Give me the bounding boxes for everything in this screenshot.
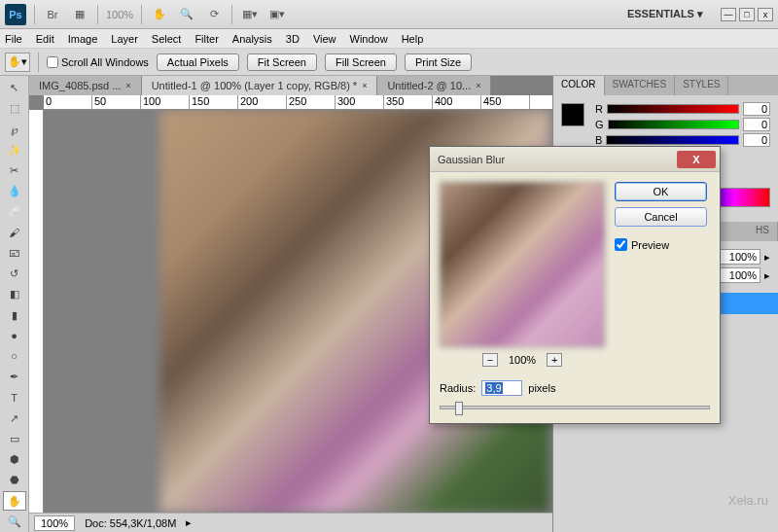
- paths-panel-tab[interactable]: HS: [748, 222, 778, 241]
- green-value[interactable]: 0: [743, 118, 770, 131]
- arrange-icon[interactable]: ▦▾: [240, 6, 260, 23]
- options-bar: ✋▾ Scroll All Windows Actual Pixels Fit …: [0, 49, 778, 76]
- move-tool-icon[interactable]: ↖: [3, 79, 26, 97]
- 3d-camera-icon[interactable]: ⬣: [3, 471, 26, 489]
- menu-help[interactable]: Help: [402, 33, 424, 45]
- actual-pixels-button[interactable]: Actual Pixels: [157, 53, 239, 71]
- dialog-preview-image[interactable]: [440, 182, 605, 347]
- preview-label: Preview: [631, 239, 669, 251]
- menu-layer[interactable]: Layer: [111, 33, 138, 45]
- gaussian-blur-dialog: Gaussian Blur X − 100% + OK Cancel Previ…: [429, 146, 721, 424]
- close-icon[interactable]: x: [758, 8, 773, 21]
- eyedropper-tool-icon[interactable]: 💧: [3, 182, 26, 200]
- bridge-icon[interactable]: Br: [43, 6, 62, 23]
- menu-bar: File Edit Image Layer Select Filter Anal…: [0, 29, 778, 49]
- ps-logo-icon: Ps: [5, 4, 26, 25]
- shape-tool-icon[interactable]: ▭: [3, 430, 26, 448]
- type-tool-icon[interactable]: T: [3, 388, 26, 407]
- hand-tool-icon[interactable]: ✋▾: [5, 53, 30, 72]
- fill-field[interactable]: 100%: [717, 267, 760, 283]
- tool-palette: ↖ ⬚ ℘ ✨ ✂ 💧 🩹 🖌 🖃 ↺ ◧ ▮ ● ○ ✒ T ↗ ▭ ⬢ ⬣ …: [0, 76, 29, 532]
- marquee-tool-icon[interactable]: ⬚: [3, 99, 26, 118]
- brush-tool-icon[interactable]: 🖌: [3, 224, 26, 242]
- menu-3d[interactable]: 3D: [286, 33, 300, 45]
- blur-tool-icon[interactable]: ●: [3, 327, 26, 345]
- foreground-color-swatch[interactable]: [561, 103, 584, 126]
- slider-thumb-icon[interactable]: [455, 402, 463, 415]
- tab-label: Untitled-2 @ 10...: [387, 80, 471, 91]
- status-doc-size: Doc: 554,3K/1,08M: [85, 517, 176, 529]
- tab-close-icon[interactable]: ×: [125, 81, 130, 90]
- menu-analysis[interactable]: Analysis: [232, 33, 272, 45]
- screenmode-icon[interactable]: ▣▾: [267, 6, 287, 23]
- zoom-out-button[interactable]: −: [482, 353, 498, 367]
- radius-label: Radius:: [440, 382, 476, 394]
- radius-input[interactable]: 3,9: [481, 380, 522, 396]
- gradient-tool-icon[interactable]: ▮: [3, 305, 26, 324]
- fill-screen-button[interactable]: Fill Screen: [325, 53, 397, 71]
- document-tab[interactable]: Untitled-2 @ 10...×: [377, 76, 491, 95]
- app-topbar: Ps Br ▦ 100% ✋ 🔍 ⟳ ▦▾ ▣▾ ESSENTIALS ▾ — …: [0, 0, 778, 29]
- preview-checkbox[interactable]: Preview: [615, 238, 707, 251]
- document-tab[interactable]: IMG_4085.psd ...×: [29, 76, 142, 95]
- eraser-tool-icon[interactable]: ◧: [3, 285, 26, 303]
- history-icon[interactable]: ▦: [70, 6, 89, 23]
- heal-tool-icon[interactable]: 🩹: [3, 202, 26, 221]
- dialog-close-button[interactable]: X: [677, 151, 716, 168]
- hand-tool-icon[interactable]: ✋: [3, 491, 26, 510]
- print-size-button[interactable]: Print Size: [405, 53, 472, 71]
- menu-filter[interactable]: Filter: [194, 33, 218, 45]
- tab-close-icon[interactable]: ×: [476, 81, 480, 90]
- red-value[interactable]: 0: [743, 102, 770, 116]
- hand-icon[interactable]: ✋: [150, 6, 169, 23]
- menu-edit[interactable]: Edit: [36, 33, 54, 45]
- maximize-icon[interactable]: □: [739, 8, 755, 21]
- zoom-icon[interactable]: 🔍: [177, 6, 196, 23]
- menu-image[interactable]: Image: [68, 33, 98, 45]
- dialog-titlebar[interactable]: Gaussian Blur X: [430, 147, 720, 172]
- dialog-title-text: Gaussian Blur: [438, 154, 505, 165]
- ruler-vertical: [29, 110, 44, 513]
- crop-tool-icon[interactable]: ✂: [3, 161, 26, 180]
- menu-select[interactable]: Select: [152, 33, 182, 45]
- tab-label: Untitled-1 @ 100% (Layer 1 copy, RGB/8) …: [152, 80, 358, 91]
- status-bar: 100% Doc: 554,3K/1,08M ▸: [29, 513, 552, 532]
- path-tool-icon[interactable]: ↗: [3, 409, 26, 428]
- radius-unit: pixels: [528, 382, 555, 394]
- workspace-switcher[interactable]: ESSENTIALS ▾: [618, 6, 713, 22]
- green-slider[interactable]: [608, 120, 739, 129]
- menu-window[interactable]: Window: [350, 33, 388, 45]
- red-slider[interactable]: [607, 104, 739, 114]
- blue-slider[interactable]: [606, 135, 739, 145]
- tab-close-icon[interactable]: ×: [362, 81, 367, 90]
- status-zoom[interactable]: 100%: [34, 515, 75, 531]
- radius-slider[interactable]: [440, 406, 710, 409]
- styles-panel-tab[interactable]: STYLES: [675, 76, 728, 95]
- menu-view[interactable]: View: [313, 33, 336, 45]
- tab-label: IMG_4085.psd ...: [39, 80, 121, 91]
- opacity-field[interactable]: 100%: [717, 249, 760, 265]
- zoom-tool-icon[interactable]: 🔍: [3, 513, 26, 531]
- stamp-tool-icon[interactable]: 🖃: [3, 244, 26, 263]
- lasso-tool-icon[interactable]: ℘: [3, 120, 26, 138]
- blue-value[interactable]: 0: [743, 133, 770, 147]
- cancel-button[interactable]: Cancel: [615, 207, 707, 227]
- scroll-all-checkbox[interactable]: Scroll All Windows: [47, 56, 149, 68]
- dodge-tool-icon[interactable]: ○: [3, 347, 26, 366]
- menu-file[interactable]: File: [5, 33, 22, 45]
- pen-tool-icon[interactable]: ✒: [3, 368, 26, 386]
- 3d-tool-icon[interactable]: ⬢: [3, 450, 26, 469]
- history-brush-icon[interactable]: ↺: [3, 265, 26, 283]
- swatches-panel-tab[interactable]: SWATCHES: [605, 76, 676, 95]
- rotate-icon[interactable]: ⟳: [204, 6, 224, 23]
- zoom-in-button[interactable]: +: [547, 353, 562, 367]
- minimize-icon[interactable]: —: [721, 8, 736, 21]
- color-panel-tab[interactable]: COLOR: [553, 76, 605, 95]
- dialog-zoom-label: 100%: [509, 354, 536, 366]
- zoom-level[interactable]: 100%: [106, 9, 133, 20]
- scroll-all-label: Scroll All Windows: [61, 56, 149, 68]
- ok-button[interactable]: OK: [615, 182, 707, 201]
- fit-screen-button[interactable]: Fit Screen: [247, 53, 317, 71]
- wand-tool-icon[interactable]: ✨: [3, 141, 26, 160]
- document-tab-active[interactable]: Untitled-1 @ 100% (Layer 1 copy, RGB/8) …: [142, 76, 378, 95]
